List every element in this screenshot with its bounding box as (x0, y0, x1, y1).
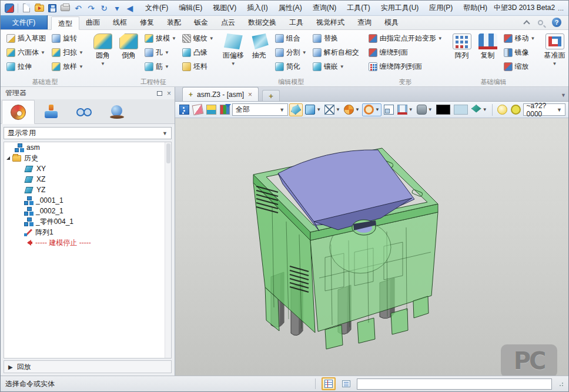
help-button[interactable]: ? (552, 18, 561, 27)
menu-item-2[interactable]: 视图(V) (207, 1, 242, 15)
ribbon-tab-1[interactable]: 曲面 (79, 16, 106, 29)
ribbon-button-copy[interactable]: 复制 (475, 31, 501, 61)
ribbon-button-draft[interactable]: 拔模▼ (143, 31, 178, 45)
ribbon-button-sketch[interactable]: 插入草图 (5, 31, 48, 45)
layer-combo[interactable]: ~a?2?0000▼ (523, 103, 565, 116)
render-mode-button[interactable]: ▼ (416, 103, 434, 116)
menu-item-7[interactable]: 实用工具(U) (376, 1, 424, 15)
tab-list-button[interactable]: ▼ (561, 92, 566, 98)
status-list-button[interactable] (339, 377, 353, 390)
eraser-button[interactable] (192, 103, 204, 116)
expander-icon[interactable] (6, 156, 10, 160)
tree-item-YZ[interactable]: YZ (4, 185, 171, 195)
ribbon-button-loft[interactable]: 放样▼ (50, 59, 85, 73)
face-color-button[interactable] (205, 103, 217, 116)
new-file-button[interactable] (21, 3, 32, 14)
ribbon-tab-5[interactable]: 钣金 (188, 16, 215, 29)
menu-item-4[interactable]: 属性(A) (273, 1, 307, 15)
tree-item-_0001_1[interactable]: _0001_1 (4, 195, 171, 206)
collapse-ribbon-icon[interactable] (523, 20, 530, 26)
ribbon-button-face-offset[interactable]: 面偏移▼ (220, 31, 246, 66)
manager-tab-view-manager[interactable] (101, 99, 133, 123)
ribbon-button-mirror[interactable]: 镜像 (502, 45, 537, 59)
ribbon-button-shell[interactable]: 抽壳 (246, 31, 272, 61)
open-file-button[interactable] (34, 3, 45, 14)
ribbon-button-extrude[interactable]: 拉伸 (5, 59, 48, 73)
command-input[interactable] (357, 378, 552, 390)
menu-item-0[interactable]: 文件(F) (140, 1, 173, 15)
datum-display-button[interactable]: ▼ (396, 103, 414, 116)
menu-item-3[interactable]: 插入(I) (242, 1, 273, 15)
light-bulb-button[interactable] (496, 103, 508, 116)
ribbon-button-stock[interactable]: 坯料 (180, 59, 216, 73)
ribbon-button-chamfer[interactable]: 倒角 (116, 31, 142, 61)
tree-item-历史[interactable]: 历史 (4, 153, 171, 163)
ribbon-button-fillet[interactable]: 圆角▼ (90, 31, 116, 66)
ribbon-button-wrap-pattern[interactable]: 缠绕阵列到面 (367, 59, 444, 73)
ribbon-button-move[interactable]: 移动▼ (502, 31, 537, 45)
layer-color-button[interactable] (510, 103, 522, 116)
ribbon-button-box[interactable]: 六面体▼ (5, 45, 48, 59)
ribbon-button-replace[interactable]: 替换 (311, 31, 361, 45)
new-tab-button[interactable]: + (262, 90, 280, 101)
ribbon-button-inlay[interactable]: 镶嵌▼ (311, 59, 361, 73)
ribbon-button-flange[interactable]: 凸缘 (180, 45, 216, 59)
ribbon-button-scale[interactable]: 缩放 (502, 59, 537, 73)
tab-close-icon[interactable]: × (248, 91, 252, 99)
ribbon-button-revolve[interactable]: 旋转 (50, 31, 85, 45)
tree-item-XZ[interactable]: XZ (4, 174, 171, 185)
graphics-area[interactable]: PC PHPCMS.CN (175, 118, 568, 376)
tree-scrollbar[interactable] (165, 142, 171, 358)
circle-display-button[interactable]: ▼ (362, 103, 381, 116)
layer-stack-button[interactable]: ▼ (470, 103, 488, 116)
menu-item-6[interactable]: 工具(T) (342, 1, 375, 15)
ribbon-button-rib[interactable]: 筋▼ (143, 59, 178, 73)
undo-button[interactable]: ↶ (72, 3, 84, 14)
collapse-button[interactable]: ◀ (124, 3, 136, 14)
status-table-button[interactable] (322, 377, 336, 390)
menu-item-5[interactable]: 查询(N) (307, 1, 342, 15)
viewport-window-button[interactable] (383, 103, 395, 116)
menu-item-9[interactable]: 帮助(H) (458, 1, 493, 15)
ribbon-button-simplify[interactable]: 简化 (273, 59, 309, 73)
menu-item-1[interactable]: 编辑(E) (173, 1, 207, 15)
section-view-button[interactable]: ▼ (343, 103, 361, 116)
tree-item-XY[interactable]: XY (4, 163, 171, 174)
ribbon-tab-0[interactable]: 造型 (51, 16, 79, 30)
edge-color-swatch-button[interactable] (435, 103, 451, 116)
shaded-button[interactable]: ▼ (304, 103, 322, 116)
entity-filter-button[interactable] (219, 103, 231, 116)
3d-model[interactable] (237, 136, 450, 352)
more-button[interactable]: ... (555, 4, 567, 13)
print-button[interactable] (59, 3, 71, 14)
ribbon-tab-8[interactable]: 工具 (283, 16, 310, 29)
ribbon-button-combine[interactable]: 组合 (273, 31, 309, 45)
menu-item-8[interactable]: 应用(P) (424, 1, 458, 15)
ribbon-button-resolve[interactable]: 解析自相交 (311, 45, 361, 59)
search-icon[interactable] (538, 20, 543, 25)
ribbon-tab-3[interactable]: 修复 (133, 16, 160, 29)
manager-tab-history-manager[interactable] (2, 100, 35, 124)
ribbon-button-hole[interactable]: 孔▼ (143, 45, 178, 59)
ribbon-button-pattern[interactable]: 阵列 (449, 31, 475, 61)
panel-restore-icon[interactable] (157, 91, 162, 96)
save-button[interactable] (46, 3, 58, 14)
pick-exit-button[interactable] (178, 103, 190, 116)
ribbon-tab-9[interactable]: 视觉样式 (310, 16, 351, 29)
tree-item-_0002_1[interactable]: _0002_1 (4, 206, 171, 216)
regen-button[interactable]: ↻ (98, 3, 110, 14)
wireframe-button[interactable]: ▼ (323, 103, 342, 116)
panel-close-icon[interactable]: × (167, 89, 171, 98)
bg-color-swatch-button[interactable] (453, 103, 469, 116)
ribbon-button-sweep[interactable]: 扫掠▼ (50, 45, 85, 59)
ribbon-tab-2[interactable]: 线框 (106, 16, 133, 29)
manager-tab-visual-manager[interactable] (68, 99, 101, 123)
replay-bar[interactable]: ▶ 回放 (4, 360, 172, 373)
ribbon-tab-10[interactable]: 查询 (351, 16, 378, 29)
ribbon-button-datum[interactable]: 基准面▼ (542, 31, 568, 66)
ribbon-button-thread[interactable]: 螺纹▼ (180, 31, 216, 45)
ribbon-button-morph[interactable]: 由指定点开始变形▼ (367, 31, 444, 45)
ribbon-button-wrap-face[interactable]: 缠绕到面 (367, 45, 444, 59)
shaded-edges-button[interactable] (289, 103, 303, 116)
document-tab[interactable]: + asm.Z3 - [asm] × (182, 87, 259, 101)
